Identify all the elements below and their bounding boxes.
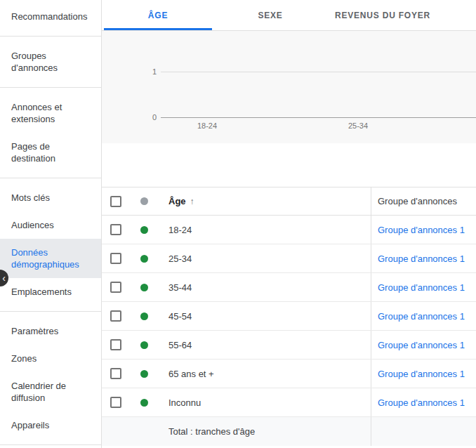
table-row: 45-54 Groupe d'annonces 1 [102,302,476,331]
table-row: 35-44 Groupe d'annonces 1 [102,273,476,302]
table-row: 18-24 Groupe d'annonces 1 [102,216,476,244]
age-table: Âge ↑ Groupe d'annonces 18-24 Groupe d'a… [102,187,476,448]
sidebar-divider [0,36,101,37]
checkbox-cell [102,273,130,301]
sidebar-item-groupes-annonces[interactable]: Groupes d'annonces [0,42,101,81]
age-value: Inconnu [168,397,201,408]
age-cell: 18-24 [158,216,371,244]
status-cell [130,302,158,330]
checkbox-cell [102,388,130,416]
ad-group-cell: Groupe d'annonces 1 [371,216,476,244]
chart-gridline [161,72,476,72]
header-status-cell [130,187,158,215]
age-cell: 25-34 [158,244,371,272]
tab-revenus-du-foyer[interactable]: REVENUS DU FOYER [326,0,439,30]
ad-group-column-label: Groupe d'annonces [378,196,457,206]
sidebar-divider [0,444,101,445]
sidebar-item-audiences[interactable]: Audiences [0,211,101,239]
row-checkbox[interactable] [110,397,121,408]
ad-group-link[interactable]: Groupe d'annonces 1 [378,397,465,408]
row-checkbox[interactable] [110,253,121,264]
sidebar-item-mots-cles[interactable]: Mots clés [0,184,101,211]
checkbox-cell [102,331,130,359]
age-value: 45-54 [168,311,192,322]
status-cell [130,216,158,244]
age-column-label: Âge [168,196,186,206]
ad-group-link[interactable]: Groupe d'annonces 1 [378,311,465,322]
main-content: ÂGE SEXE REVENUS DU FOYER 1 0 18-24 25-3… [102,0,476,448]
row-checkbox[interactable] [110,310,121,322]
checkbox-cell [102,302,130,330]
ad-group-cell: Groupe d'annonces 1 [371,331,476,359]
ad-group-link[interactable]: Groupe d'annonces 1 [378,282,465,293]
enabled-status-dot-icon [140,341,148,349]
age-value: 35-44 [168,282,192,293]
x-tick-label: 25-34 [348,121,368,130]
tab-age[interactable]: ÂGE [102,0,214,30]
ad-group-link[interactable]: Groupe d'annonces 1 [378,340,465,350]
sidebar-item-annonces-et-extensions[interactable]: Annonces et extensions [0,93,101,133]
sidebar-item-donnees-demographiques[interactable]: Données démographiques [0,239,101,278]
status-cell [130,388,158,416]
table-row: 55-64 Groupe d'annonces 1 [102,331,476,360]
age-cell: 65 ans et + [158,360,371,388]
sidebar-item-calendrier-de-diffusion[interactable]: Calendrier de diffusion [0,372,101,411]
row-checkbox[interactable] [110,368,121,379]
total-row: Total : tranches d'âge [102,417,476,446]
table-header-row: Âge ↑ Groupe d'annonces [102,187,476,216]
chevron-left-icon: ‹ [2,273,6,283]
empty-cell [102,417,130,446]
sidebar-item-zones[interactable]: Zones [0,345,101,372]
status-dot-icon [140,197,148,205]
sidebar-item-pages-de-destination[interactable]: Pages de destination [0,133,101,172]
checkbox-cell [102,216,130,244]
age-value: 65 ans et + [168,369,214,379]
age-value: 18-24 [168,225,192,235]
empty-cell [371,417,476,446]
tab-bar: ÂGE SEXE REVENUS DU FOYER [102,0,476,31]
ad-group-cell: Groupe d'annonces 1 [371,244,476,272]
sidebar-item-recommandations[interactable]: Recommandations [0,3,101,30]
total-label: Total : tranches d'âge [168,426,255,437]
sort-ascending-icon[interactable]: ↑ [190,197,194,206]
status-cell [130,273,158,301]
sidebar-divider [0,311,101,312]
enabled-status-dot-icon [140,312,148,320]
table-row: Inconnu Groupe d'annonces 1 [102,388,476,417]
row-checkbox[interactable] [110,339,121,350]
total-label-cell: Total : tranches d'âge [158,417,371,446]
age-column-header[interactable]: Âge ↑ [158,187,371,215]
enabled-status-dot-icon [140,370,148,378]
age-chart: 1 0 18-24 25-34 [102,31,476,143]
ad-group-cell: Groupe d'annonces 1 [371,360,476,388]
enabled-status-dot-icon [140,226,148,234]
sidebar-divider [0,178,101,178]
age-cell: 35-44 [158,273,371,301]
checkbox-cell [102,244,130,272]
checkbox-cell [102,360,130,388]
ad-group-column-header[interactable]: Groupe d'annonces [371,187,476,215]
empty-cell [130,417,158,446]
row-checkbox[interactable] [110,224,121,235]
ad-group-link[interactable]: Groupe d'annonces 1 [378,369,465,379]
sidebar-item-parametres[interactable]: Paramètres [0,317,101,345]
table-row: 65 ans et + Groupe d'annonces 1 [102,360,476,388]
ad-group-cell: Groupe d'annonces 1 [371,302,476,330]
x-tick-label: 18-24 [197,121,217,130]
sidebar-item-emplacements[interactable]: Emplacements [0,278,101,305]
status-cell [130,331,158,359]
ad-group-cell: Groupe d'annonces 1 [371,273,476,301]
row-checkbox[interactable] [110,282,121,293]
sidebar-item-appareils[interactable]: Appareils [0,411,101,439]
ad-group-cell: Groupe d'annonces 1 [371,388,476,416]
select-all-checkbox[interactable] [110,196,121,207]
ad-group-link[interactable]: Groupe d'annonces 1 [378,253,465,264]
enabled-status-dot-icon [140,399,148,407]
chart-x-axis-line [161,117,476,118]
tab-sexe[interactable]: SEXE [214,0,326,30]
ad-group-link[interactable]: Groupe d'annonces 1 [378,225,465,235]
table-row: 25-34 Groupe d'annonces 1 [102,244,476,273]
status-cell [130,244,158,272]
age-value: 55-64 [168,340,192,350]
chart-table-spacer [102,143,476,187]
